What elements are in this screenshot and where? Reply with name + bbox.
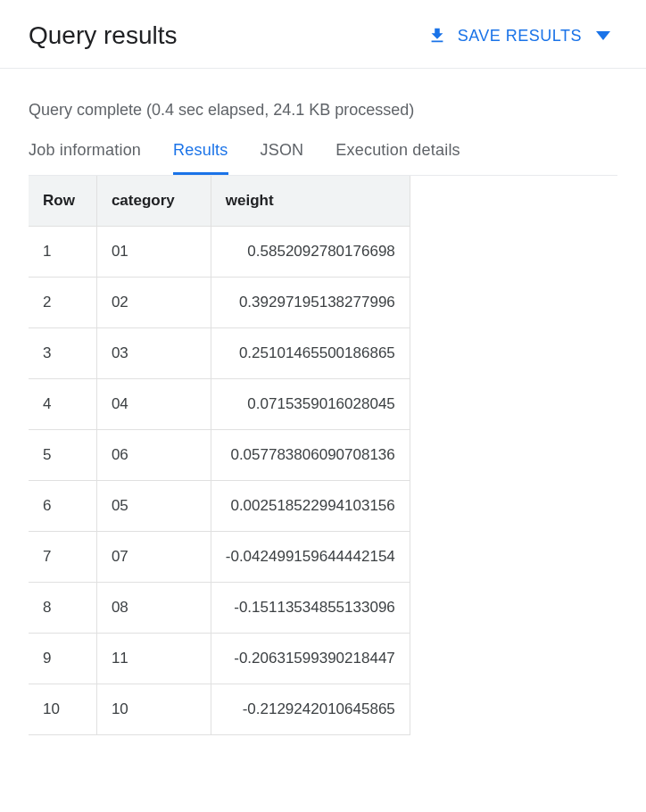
cell-weight: -0.042499159644442154 — [211, 532, 410, 583]
cell-weight: -0.20631599390218447 — [211, 634, 410, 684]
results-table: Row category weight 1 01 0.5852092780176… — [29, 176, 410, 735]
cell-row: 9 — [29, 634, 96, 684]
cell-weight: 0.39297195138277996 — [211, 278, 410, 328]
cell-weight: 0.057783806090708136 — [211, 430, 410, 481]
table-row: 10 10 -0.2129242010645865 — [29, 684, 410, 735]
cell-row: 10 — [29, 684, 96, 735]
cell-weight: -0.15113534855133096 — [211, 583, 410, 634]
cell-weight: 0.25101465500186865 — [211, 328, 410, 379]
cell-weight: 0.002518522994103156 — [211, 481, 410, 532]
cell-category: 10 — [96, 684, 211, 735]
cell-category: 08 — [96, 583, 211, 634]
table-row: 2 02 0.39297195138277996 — [29, 278, 410, 328]
table-header-row: Row category weight — [29, 176, 410, 227]
cell-row: 6 — [29, 481, 96, 532]
cell-row: 3 — [29, 328, 96, 379]
tab-execution-details[interactable]: Execution details — [335, 141, 460, 175]
query-status: Query complete (0.4 sec elapsed, 24.1 KB… — [29, 101, 617, 120]
table-row: 8 08 -0.15113534855133096 — [29, 583, 410, 634]
tabs: Job information Results JSON Execution d… — [29, 141, 617, 176]
cell-category: 06 — [96, 430, 211, 481]
cell-weight: 0.5852092780176698 — [211, 227, 410, 278]
save-results-button[interactable]: SAVE RESULTS — [420, 22, 617, 49]
table-row: 3 03 0.25101465500186865 — [29, 328, 410, 379]
cell-category: 11 — [96, 634, 211, 684]
cell-row: 7 — [29, 532, 96, 583]
cell-category: 04 — [96, 379, 211, 430]
page-title: Query results — [29, 21, 178, 50]
table-row: 4 04 0.0715359016028045 — [29, 379, 410, 430]
table-row: 5 06 0.057783806090708136 — [29, 430, 410, 481]
cell-weight: 0.0715359016028045 — [211, 379, 410, 430]
table-row: 7 07 -0.042499159644442154 — [29, 532, 410, 583]
cell-category: 02 — [96, 278, 211, 328]
download-icon — [427, 26, 447, 46]
header: Query results SAVE RESULTS — [0, 0, 646, 69]
cell-category: 01 — [96, 227, 211, 278]
dropdown-arrow-icon — [596, 31, 610, 40]
table-row: 1 01 0.5852092780176698 — [29, 227, 410, 278]
tab-results[interactable]: Results — [173, 141, 228, 175]
tab-json[interactable]: JSON — [261, 141, 304, 175]
cell-row: 1 — [29, 227, 96, 278]
cell-category: 05 — [96, 481, 211, 532]
cell-row: 8 — [29, 583, 96, 634]
column-header-row[interactable]: Row — [29, 176, 96, 227]
cell-row: 5 — [29, 430, 96, 481]
save-results-label: SAVE RESULTS — [458, 27, 582, 46]
cell-weight: -0.2129242010645865 — [211, 684, 410, 735]
tab-job-information[interactable]: Job information — [29, 141, 141, 175]
cell-category: 03 — [96, 328, 211, 379]
cell-category: 07 — [96, 532, 211, 583]
column-header-weight[interactable]: weight — [211, 176, 410, 227]
content: Query complete (0.4 sec elapsed, 24.1 KB… — [0, 69, 646, 735]
table-row: 6 05 0.002518522994103156 — [29, 481, 410, 532]
column-header-category[interactable]: category — [96, 176, 211, 227]
cell-row: 2 — [29, 278, 96, 328]
table-row: 9 11 -0.20631599390218447 — [29, 634, 410, 684]
cell-row: 4 — [29, 379, 96, 430]
